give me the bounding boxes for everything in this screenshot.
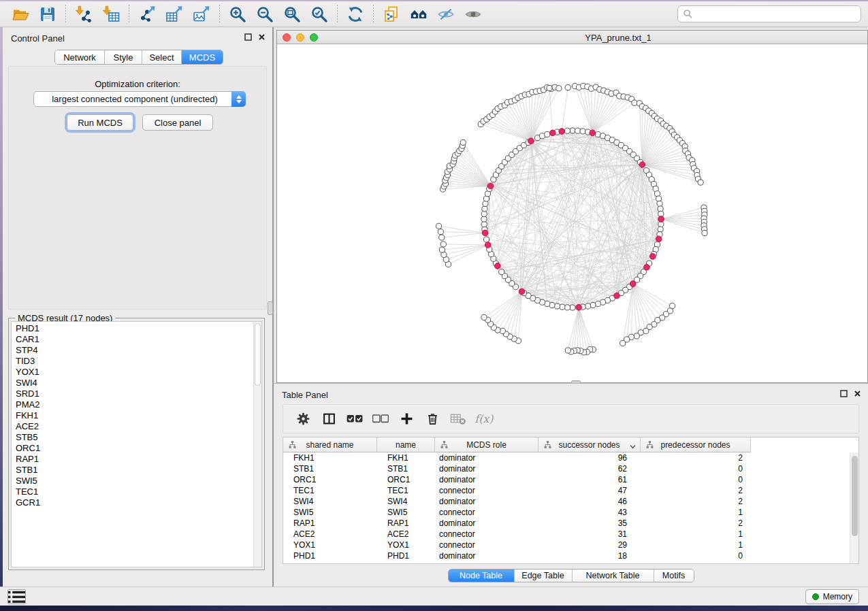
network-window-titlebar[interactable]: YPA_prune.txt_1	[277, 31, 867, 44]
table-row[interactable]: SWI4SWI4dominator462	[283, 496, 858, 507]
memory-button[interactable]: Memory	[805, 589, 859, 604]
mcds-result-item[interactable]: FKH1	[16, 410, 261, 421]
export-image-icon	[193, 5, 210, 23]
zoom-fit-button[interactable]	[278, 3, 306, 25]
network-graph[interactable]	[277, 45, 867, 382]
column-header-name[interactable]: name	[377, 437, 435, 452]
open-session-button[interactable]	[7, 3, 34, 25]
search-field[interactable]	[677, 5, 861, 22]
attribute-tree-icon	[289, 441, 296, 450]
column-header-predecessor-nodes[interactable]: predecessor nodes	[641, 437, 751, 452]
columns-button[interactable]	[321, 412, 336, 427]
zoom-fit-icon	[283, 5, 301, 23]
copy-network-button[interactable]	[378, 3, 405, 25]
show-all-button[interactable]	[460, 3, 487, 25]
tab-network-table[interactable]: Network Table	[573, 569, 654, 582]
node-table[interactable]: shared namenameMCDS rolesuccessor nodesp…	[283, 437, 859, 564]
mcds-result-item[interactable]: GCR1	[16, 497, 261, 508]
mcds-result-item[interactable]: ORC1	[16, 443, 261, 454]
list-icon	[8, 591, 25, 604]
deselect-all-button[interactable]	[373, 412, 388, 427]
cell-MCDS-role: connector	[435, 540, 539, 550]
select-all-button[interactable]	[347, 412, 362, 427]
save-session-button[interactable]	[34, 3, 61, 25]
first-neighbors-button[interactable]	[405, 3, 432, 25]
cell-shared-name: STB1	[283, 464, 377, 474]
tab-node-table[interactable]: Node Table	[449, 569, 515, 582]
table-row[interactable]: PHD1PHD1dominator180	[283, 550, 858, 561]
mcds-result-item[interactable]: PMA2	[16, 399, 261, 410]
tab-mcds[interactable]: MCDS	[182, 50, 223, 64]
tab-style[interactable]: Style	[105, 50, 142, 64]
table-row[interactable]: RAP1RAP1dominator352	[283, 518, 858, 529]
mcds-result-item[interactable]: TEC1	[16, 486, 261, 497]
column-header-shared-name[interactable]: shared name	[283, 437, 377, 452]
column-label: shared name	[306, 440, 353, 450]
tab-edge-table[interactable]: Edge Table	[515, 569, 573, 582]
window-close-icon[interactable]	[283, 33, 291, 42]
search-input[interactable]	[696, 9, 856, 20]
cell-shared-name: TEC1	[283, 486, 377, 495]
mcds-result-item[interactable]: PHD1	[16, 323, 261, 334]
table-row[interactable]: ACE2ACE2connector311	[283, 529, 858, 540]
tab-network[interactable]: Network	[55, 50, 105, 64]
window-maximize-icon[interactable]	[310, 33, 318, 42]
settings-button[interactable]	[295, 412, 310, 427]
attribute-tree-icon	[646, 441, 654, 450]
apply-layout-button[interactable]	[342, 3, 369, 25]
table-row[interactable]: ORC1ORC1dominator610	[283, 474, 858, 485]
export-image-button[interactable]	[188, 3, 215, 25]
delete-table-icon	[450, 412, 466, 425]
mcds-result-item[interactable]: ACE2	[16, 421, 261, 432]
cell-successor-nodes: 62	[539, 464, 641, 474]
mcds-result-list[interactable]: PHD1CAR1STP4TID3YOX1SWI4SRD1PMA2FKH1ACE2…	[11, 321, 262, 567]
zoom-out-button[interactable]	[251, 3, 278, 25]
cell-successor-nodes: 46	[539, 497, 641, 506]
zoom-in-button[interactable]	[224, 3, 251, 25]
table-row[interactable]: YOX1YOX1connector291	[283, 540, 858, 550]
table-row[interactable]: TEC1TEC1connector472	[283, 485, 858, 496]
table-row[interactable]: SWI5SWI5connector431	[283, 507, 858, 518]
mcds-result-item[interactable]: STB5	[16, 432, 261, 443]
close-table-panel-icon[interactable]	[854, 390, 861, 397]
float-table-panel-icon[interactable]	[840, 390, 848, 397]
import-network-icon	[75, 5, 93, 23]
mcds-result-item[interactable]: YOX1	[16, 367, 261, 378]
vertical-splitter-handle[interactable]	[268, 301, 273, 315]
mcds-list-scrollbar[interactable]	[253, 322, 261, 567]
mcds-result-item[interactable]: CAR1	[16, 334, 261, 345]
window-minimize-icon[interactable]	[296, 33, 304, 42]
mcds-result-item[interactable]: SRD1	[16, 389, 261, 399]
hide-selected-button[interactable]	[432, 3, 460, 25]
export-network-button[interactable]	[133, 3, 161, 25]
network-canvas[interactable]	[277, 45, 867, 382]
column-header-MCDS-role[interactable]: MCDS role	[435, 437, 539, 452]
mcds-result-item[interactable]: STB1	[16, 465, 261, 476]
mcds-result-item[interactable]: TID3	[16, 356, 261, 367]
mcds-result-item[interactable]: STP4	[16, 345, 261, 356]
export-table-button[interactable]	[161, 3, 188, 25]
criterion-dropdown[interactable]: largest connected component (undirected)	[33, 91, 246, 107]
tab-motifs[interactable]: Motifs	[654, 569, 694, 582]
float-panel-icon[interactable]	[244, 33, 252, 41]
run-mcds-button[interactable]: Run MCDS	[67, 114, 133, 131]
task-history-button[interactable]	[7, 589, 26, 604]
table-scrollbar[interactable]	[850, 452, 858, 563]
close-panel-button[interactable]: Close panel	[142, 114, 213, 131]
attribute-tree-icon	[440, 441, 448, 450]
cell-name: SWI5	[377, 508, 435, 517]
tab-select[interactable]: Select	[142, 50, 182, 64]
delete-row-button[interactable]	[425, 412, 440, 427]
function-builder-icon: f(x)	[473, 412, 495, 425]
column-header-successor-nodes[interactable]: successor nodes	[539, 437, 641, 452]
mcds-result-item[interactable]: SWI4	[16, 378, 261, 389]
mcds-result-item[interactable]: RAP1	[16, 454, 261, 465]
zoom-selected-button[interactable]	[306, 3, 333, 25]
table-row[interactable]: FKH1FKH1dominator962	[283, 452, 858, 463]
import-table-button[interactable]	[97, 3, 125, 25]
add-row-button[interactable]	[399, 412, 414, 427]
import-network-button[interactable]	[70, 3, 97, 25]
close-panel-icon[interactable]	[258, 33, 266, 41]
table-row[interactable]: STB1STB1dominator620	[283, 463, 858, 474]
mcds-result-item[interactable]: SWI5	[16, 476, 261, 486]
